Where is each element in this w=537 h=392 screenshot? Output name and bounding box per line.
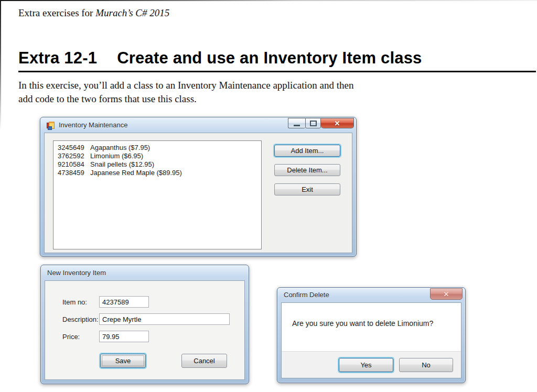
- item-no-label: Item no:: [62, 298, 87, 306]
- item-no-field[interactable]: [99, 296, 149, 308]
- running-header-prefix: Extra exercises for: [18, 7, 95, 18]
- delete-item-button[interactable]: Delete Item...: [274, 164, 340, 176]
- minimize-button[interactable]: [288, 118, 305, 128]
- exit-button[interactable]: Exit: [274, 183, 340, 195]
- list-item[interactable]: 4738459Japanese Red Maple ($89.95): [53, 169, 261, 177]
- inventory-maintenance-window: Inventory Maintenance ✕ 3245649Agapanthu…: [40, 117, 357, 257]
- intro-line-2: add code to the two forms that use this …: [18, 92, 353, 106]
- exercise-title: Create and use an Inventory Item class: [117, 49, 422, 67]
- intro-line-1: In this exercise, you’ll add a class to …: [18, 79, 353, 92]
- confirm-delete-dialog: Confirm Delete ✕ Are you sure you want t…: [277, 287, 466, 383]
- exercise-heading: Extra 12-1Create and use an Inventory It…: [18, 49, 422, 68]
- dialog-message-area: Are you sure you want to delete Limonium…: [282, 303, 461, 351]
- close-icon: ✕: [335, 119, 340, 127]
- item-description: Limonium ($6.95): [90, 152, 143, 160]
- description-field[interactable]: [99, 313, 230, 325]
- confirm-dialog-client: Are you sure you want to delete Limonium…: [281, 302, 461, 378]
- new-item-window-title: New Inventory Item: [47, 269, 106, 277]
- document-page: Extra exercises for Murach’s C# 2015 Ext…: [0, 0, 537, 392]
- new-item-window-titlebar: New Inventory Item: [41, 265, 249, 280]
- dialog-message: Are you sure you want to delete Limonium…: [292, 319, 433, 328]
- price-label: Price:: [62, 333, 80, 341]
- maximize-button[interactable]: [305, 118, 321, 128]
- close-icon: ✕: [444, 290, 449, 298]
- intro-paragraph: In this exercise, you’ll add a class to …: [18, 79, 353, 106]
- yes-button[interactable]: Yes: [339, 358, 393, 372]
- dialog-footer: Yes No: [282, 351, 461, 378]
- item-number: 4738459: [58, 169, 90, 177]
- inventory-listbox[interactable]: 3245649Agapanthus ($7.95) 3762592Limoniu…: [53, 140, 262, 249]
- book-title: Murach’s C# 2015: [95, 7, 169, 18]
- description-label: Description:: [62, 315, 99, 323]
- page-edge-artifact-top: [0, 0, 537, 1]
- heading-rule: [18, 71, 536, 72]
- close-button-disabled[interactable]: ✕: [430, 288, 463, 300]
- item-number: 3762592: [58, 152, 90, 160]
- window-caption-buttons: ✕: [288, 118, 354, 128]
- price-field[interactable]: [99, 331, 149, 342]
- new-item-window-client: Item no: Description: Price: Save Cancel: [45, 280, 245, 380]
- no-button[interactable]: No: [399, 358, 453, 372]
- item-description: Japanese Red Maple ($89.95): [90, 169, 182, 177]
- inventory-window-title: Inventory Maintenance: [59, 121, 128, 129]
- inventory-window-client: 3245649Agapanthus ($7.95) 3762592Limoniu…: [44, 133, 352, 253]
- maximize-icon: [310, 121, 317, 126]
- minimize-icon: [294, 125, 300, 126]
- list-item[interactable]: 3762592Limonium ($6.95): [53, 152, 261, 160]
- close-button[interactable]: ✕: [321, 118, 354, 128]
- running-header: Extra exercises for Murach’s C# 2015: [18, 7, 169, 19]
- new-inventory-item-window: New Inventory Item Item no: Description:…: [40, 265, 249, 384]
- add-item-button[interactable]: Add Item...: [274, 145, 340, 157]
- item-number: 3245649: [58, 144, 90, 152]
- list-item[interactable]: 9210584Snail pellets ($12.95): [53, 160, 261, 169]
- exercise-number: Extra 12-1: [18, 49, 97, 67]
- save-button[interactable]: Save: [100, 354, 146, 368]
- item-description: Snail pellets ($12.95): [90, 160, 154, 168]
- dialog-caption-buttons: ✕: [430, 288, 463, 300]
- cancel-button[interactable]: Cancel: [181, 354, 227, 368]
- list-item[interactable]: 3245649Agapanthus ($7.95): [53, 144, 261, 152]
- item-description: Agapanthus ($7.95): [90, 144, 150, 151]
- item-number: 9210584: [58, 160, 90, 169]
- page-edge-artifact-left: [0, 0, 1, 131]
- confirm-dialog-title: Confirm Delete: [284, 291, 329, 299]
- app-icon: [47, 122, 55, 129]
